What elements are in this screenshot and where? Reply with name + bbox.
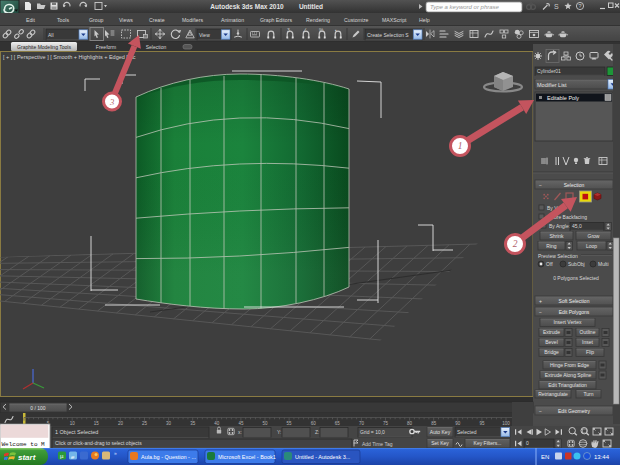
svg-text:Inset: Inset: [582, 339, 593, 345]
svg-text:Auto Key: Auto Key: [430, 429, 451, 435]
svg-text:Loop: Loop: [586, 243, 597, 249]
svg-text:SubObj: SubObj: [568, 261, 585, 267]
svg-text:60: 60: [311, 421, 317, 426]
svg-text:Microsoft Excel - Book1: Microsoft Excel - Book1: [218, 454, 276, 460]
svg-text:Flip: Flip: [586, 349, 594, 355]
svg-text:30: 30: [166, 421, 172, 426]
svg-text:50: 50: [262, 421, 268, 426]
svg-text:3: 3: [109, 97, 114, 107]
svg-text:Edit: Edit: [26, 17, 35, 23]
svg-text:Grid = 10,0: Grid = 10,0: [360, 429, 385, 435]
svg-text:µ: µ: [60, 453, 64, 459]
svg-text:10: 10: [70, 421, 76, 426]
svg-text:Extrude: Extrude: [543, 329, 560, 335]
svg-text:95: 95: [479, 421, 485, 426]
svg-text:EN: EN: [541, 454, 549, 460]
svg-text:Welcome to M: Welcome to M: [2, 441, 46, 448]
svg-text:Views: Views: [119, 17, 133, 23]
svg-text:Graph Editors: Graph Editors: [260, 17, 292, 23]
svg-text:Shrink: Shrink: [549, 233, 564, 239]
svg-text:By Angle:: By Angle:: [549, 223, 570, 229]
svg-text:Aula.bg - Question - ...: Aula.bg - Question - ...: [141, 454, 196, 460]
svg-text:1 Object Selected: 1 Object Selected: [55, 429, 98, 435]
svg-text:Set Key: Set Key: [431, 440, 449, 446]
svg-text:Edit Geometry: Edit Geometry: [558, 408, 590, 414]
svg-text:−: −: [539, 309, 542, 315]
svg-text:Bevel: Bevel: [545, 339, 558, 345]
svg-text:20: 20: [118, 421, 124, 426]
svg-text:Group: Group: [89, 17, 104, 23]
svg-text:Y:: Y:: [277, 429, 281, 435]
svg-text:Help: Help: [419, 17, 430, 23]
svg-text:Ring: Ring: [546, 243, 557, 249]
svg-text:55: 55: [287, 421, 293, 426]
svg-text:Hinge From Edge: Hinge From Edge: [550, 362, 589, 368]
svg-text:Tools: Tools: [57, 17, 70, 23]
svg-text:All: All: [48, 32, 54, 38]
svg-text:40: 40: [214, 421, 220, 426]
svg-text:Selected: Selected: [457, 429, 477, 435]
svg-text:Click or click-and-drag to sel: Click or click-and-drag to select object…: [55, 440, 142, 446]
svg-text:Preview Selection: Preview Selection: [538, 253, 578, 259]
svg-text:Freeform: Freeform: [96, 44, 116, 50]
svg-text:Add Time Tag: Add Time Tag: [362, 441, 393, 447]
svg-text:[ + ] [ Perspective ] [ Smooth: [ + ] [ Perspective ] [ Smooth + Highlig…: [3, 54, 136, 60]
svg-text:25: 25: [142, 421, 148, 426]
svg-text:Key Filters...: Key Filters...: [474, 440, 502, 446]
svg-text:Selection: Selection: [564, 182, 585, 188]
svg-text:1: 1: [458, 141, 463, 151]
svg-text:80: 80: [407, 421, 413, 426]
svg-text:Modifiers: Modifiers: [182, 17, 203, 23]
svg-text:Outline: Outline: [580, 329, 596, 335]
svg-text:»: »: [114, 450, 117, 456]
svg-text:Editable Poly: Editable Poly: [547, 95, 579, 101]
svg-text:3: 3: [287, 27, 290, 33]
svg-text:75: 75: [383, 421, 389, 426]
svg-text:45: 45: [238, 421, 244, 426]
svg-text:Type a keyword or phrase: Type a keyword or phrase: [430, 4, 500, 10]
svg-text:x:: x:: [238, 429, 242, 435]
svg-text:View: View: [199, 32, 210, 38]
svg-text:Z:: Z:: [315, 429, 319, 435]
svg-text:0: 0: [526, 440, 529, 446]
svg-text:Edit Triangulation: Edit Triangulation: [548, 382, 587, 388]
svg-text:−: −: [539, 408, 542, 414]
svg-text:100: 100: [502, 421, 510, 426]
svg-text:90: 90: [455, 421, 461, 426]
svg-text:Modifier List: Modifier List: [537, 82, 567, 88]
svg-text:MAXScript: MAXScript: [382, 17, 407, 23]
svg-text:35: 35: [190, 421, 196, 426]
svg-text:Untitled: Untitled: [299, 3, 323, 10]
svg-text:+: +: [539, 298, 542, 304]
svg-text:15: 15: [94, 421, 100, 426]
svg-text:Grow: Grow: [588, 233, 600, 239]
svg-text:Retriangulate: Retriangulate: [538, 391, 568, 397]
svg-text:45,0: 45,0: [572, 223, 582, 229]
svg-text:2: 2: [513, 239, 518, 249]
svg-text:Insert Vertex: Insert Vertex: [553, 319, 582, 325]
svg-text:0 / 100: 0 / 100: [30, 405, 46, 411]
svg-text:Customize: Customize: [344, 17, 369, 23]
svg-text:Bridge: Bridge: [544, 349, 559, 355]
svg-text:Turn: Turn: [583, 391, 593, 397]
svg-text:start: start: [18, 453, 36, 462]
svg-text:Soft Selection: Soft Selection: [559, 298, 590, 304]
svg-text:Off: Off: [546, 261, 553, 267]
svg-text:Edit Polygons: Edit Polygons: [559, 309, 590, 315]
svg-text:85: 85: [431, 421, 437, 426]
svg-text:Untitled - Autodesk 3...: Untitled - Autodesk 3...: [295, 454, 351, 460]
svg-text:0 Polygons Selected: 0 Polygons Selected: [553, 275, 599, 281]
svg-text:Animation: Animation: [221, 17, 244, 23]
svg-text:−: −: [539, 182, 542, 188]
svg-text:Autodesk 3ds Max 2010: Autodesk 3ds Max 2010: [210, 3, 284, 10]
svg-text:%: %: [319, 27, 324, 33]
svg-text:Rendering: Rendering: [306, 17, 330, 23]
svg-text:Graphite Modeling Tools: Graphite Modeling Tools: [17, 44, 71, 50]
svg-text:▪: ▪: [335, 27, 337, 33]
svg-text:∠: ∠: [303, 27, 307, 33]
svg-text:65: 65: [335, 421, 341, 426]
svg-text:S: S: [554, 3, 559, 10]
svg-text:13:44: 13:44: [594, 454, 610, 460]
svg-text:70: 70: [359, 421, 365, 426]
svg-text:Create: Create: [149, 17, 165, 23]
